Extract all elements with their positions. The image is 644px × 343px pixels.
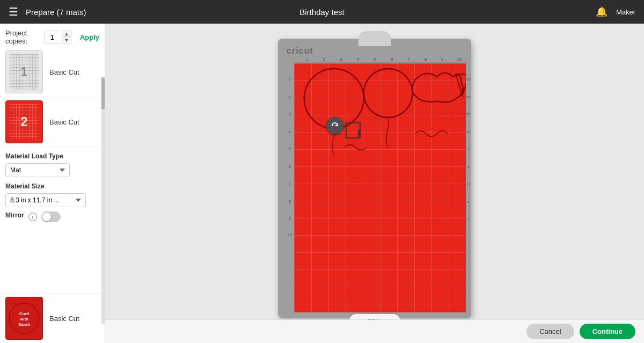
svg-text:1: 1 — [467, 217, 470, 221]
menu-icon[interactable]: ☰ — [9, 5, 18, 18]
svg-text:7: 7 — [289, 182, 291, 186]
svg-text:5: 5 — [289, 147, 291, 151]
project-copies-row: Project copies: 1 ▲ ▼ Apply — [0, 24, 105, 47]
rotate-button[interactable] — [326, 117, 343, 134]
svg-text:1C: 1C — [466, 130, 471, 134]
mirror-info-icon[interactable]: i — [28, 213, 37, 221]
svg-text:1: 1 — [306, 57, 309, 62]
svg-text:3: 3 — [340, 57, 342, 62]
mat-thumbnail-3: Craft with Sarah — [5, 297, 43, 340]
mat-item-1[interactable]: 1 Basic Cut — [0, 47, 105, 97]
svg-text:OC: OC — [466, 78, 472, 81]
svg-point-27 — [364, 69, 413, 118]
mat-thumbnail-2: 2 — [5, 100, 43, 143]
shapes-svg — [294, 63, 466, 312]
svg-text:9: 9 — [441, 57, 444, 62]
mirror-row: Mirror i — [5, 207, 99, 222]
svg-text:8: 8 — [289, 200, 291, 203]
svg-text:8: 8 — [425, 57, 427, 62]
svg-text:4: 4 — [289, 130, 291, 134]
material-load-type-label: Material Load Type — [5, 152, 99, 160]
copies-up-button[interactable]: ▲ — [62, 31, 71, 37]
copies-value: 1 — [45, 31, 60, 43]
topbar-right: 🔔 Maker — [596, 6, 635, 18]
main-canvas-area: cricut 1 2 3 4 5 6 7 8 9 10 1 2 3 — [105, 24, 644, 343]
continue-button[interactable]: Continue — [580, 324, 635, 339]
machine-label: Maker — [616, 8, 635, 16]
ruler-side-svg: 1 2 3 4 5 6 7 8 9 10 — [286, 63, 294, 312]
selection-box — [346, 122, 361, 138]
notification-icon[interactable]: 🔔 — [596, 6, 608, 18]
material-size-select[interactable]: 8.3 in x 11.7 in ... 12 in x 12 in 12 in… — [5, 193, 86, 207]
svg-text:9: 9 — [289, 217, 291, 221]
project-title: Birthday test — [299, 8, 344, 17]
scroll-thumb[interactable] — [101, 77, 105, 110]
svg-text:L1: L1 — [467, 183, 471, 186]
svg-text:6: 6 — [391, 57, 393, 62]
mat-number-1: 1 — [20, 64, 27, 79]
mat-handle — [358, 31, 391, 46]
left-panel: Project copies: 1 ▲ ▼ Apply 1 Basic Cut … — [0, 24, 105, 343]
copies-label: Project copies: — [5, 29, 40, 45]
svg-text:6C: 6C — [466, 96, 471, 99]
svg-text:5: 5 — [374, 57, 376, 62]
svg-text:10: 10 — [288, 233, 292, 237]
svg-text:9: 9 — [467, 165, 470, 169]
rotate-icon — [331, 122, 339, 129]
mat-item-3[interactable]: Craft with Sarah Basic Cut — [0, 293, 105, 343]
svg-text:4: 4 — [357, 57, 360, 62]
material-size-label: Material Size — [5, 183, 99, 190]
svg-text:3: 3 — [289, 112, 291, 116]
cancel-button[interactable]: Cancel — [526, 324, 574, 339]
mat-label-2: Basic Cut — [49, 118, 79, 126]
ruler-side: 1 2 3 4 5 6 7 8 9 10 — [286, 63, 294, 312]
copies-spinner: ▲ ▼ — [62, 31, 71, 43]
topbar-title: Prepare (7 mats) — [26, 8, 86, 17]
mat-number-2: 2 — [20, 114, 27, 129]
cricut-mat[interactable]: cricut 1 2 3 4 5 6 7 8 9 10 1 2 3 — [278, 39, 471, 318]
svg-text:Sarah: Sarah — [18, 322, 30, 327]
mat-label-3: Basic Cut — [49, 315, 79, 323]
ruler-right-svg: OC 6C ZC 1C 5 9 L1 6 1 — [466, 63, 471, 312]
svg-text:6: 6 — [289, 165, 291, 169]
ruler-top: 1 2 3 4 5 6 7 8 9 10 — [294, 55, 466, 63]
ruler-top-svg: 1 2 3 4 5 6 7 8 9 10 — [294, 55, 466, 63]
svg-text:2: 2 — [289, 95, 291, 99]
copies-input-group: 1 ▲ ▼ — [45, 31, 71, 43]
settings-section: Material Load Type Mat Matless Material … — [0, 147, 105, 222]
craft-sarah-logo: Craft with Sarah — [6, 300, 42, 337]
mat-label-1: Basic Cut — [49, 68, 79, 76]
svg-text:10: 10 — [457, 57, 462, 62]
mat-thumbnail-1: 1 — [5, 50, 43, 93]
toggle-thumb — [42, 213, 51, 221]
mirror-toggle[interactable] — [41, 211, 61, 222]
scrollbar[interactable] — [101, 77, 105, 324]
apply-button[interactable]: Apply — [80, 33, 99, 41]
ruler-right: OC 6C ZC 1C 5 9 L1 6 1 — [466, 63, 471, 312]
mirror-label: Mirror — [5, 211, 24, 219]
svg-text:6: 6 — [467, 200, 470, 203]
topbar: ☰ Prepare (7 mats) Birthday test 🔔 Maker — [0, 0, 644, 24]
svg-text:with: with — [19, 317, 28, 322]
mat-item-2[interactable]: 2 Basic Cut — [0, 97, 105, 147]
svg-text:2: 2 — [323, 57, 325, 62]
svg-text:1: 1 — [289, 77, 291, 81]
cutting-area: ⬆ — [294, 63, 466, 312]
svg-text:7: 7 — [407, 57, 410, 62]
svg-text:5: 5 — [467, 148, 470, 151]
svg-text:ZC: ZC — [466, 113, 471, 116]
bottom-bar: Cancel Continue — [105, 319, 644, 343]
copies-down-button[interactable]: ▼ — [62, 37, 71, 43]
material-load-type-select[interactable]: Mat Matless — [5, 163, 70, 177]
svg-text:Craft: Craft — [19, 311, 30, 316]
